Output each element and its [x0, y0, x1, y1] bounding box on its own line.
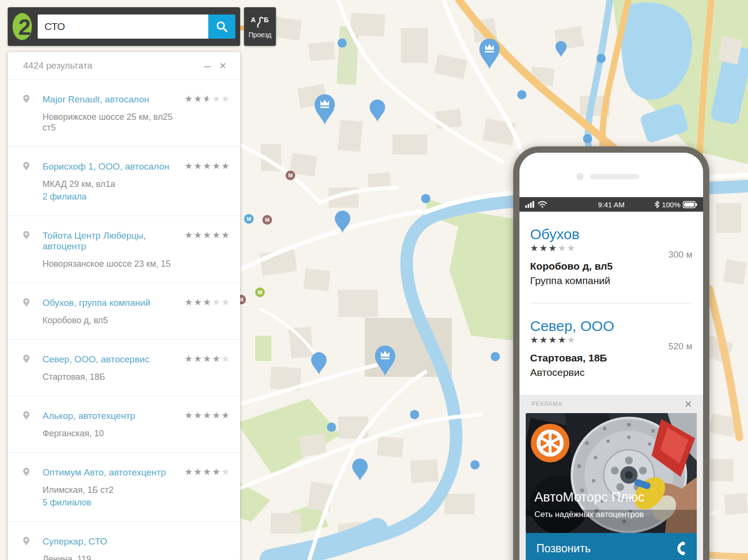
star-icon: ★ — [558, 243, 567, 254]
call-button[interactable]: Позвонить — [526, 533, 697, 560]
svg-text:М: М — [288, 172, 292, 178]
result-branches-link[interactable]: 5 филиалов — [43, 497, 185, 508]
result-item[interactable]: Оптимум Авто, автотехцентр★★★★★Илимская,… — [8, 453, 240, 522]
phone-results-list: Обухов★★★★★Коробово д, вл5300 мГруппа ко… — [519, 212, 703, 395]
star-icon: ★ — [185, 410, 194, 421]
ad-close-icon[interactable]: × — [685, 398, 692, 410]
rating-stars: ★★★★★ — [185, 297, 230, 308]
result-item[interactable]: Major Renault, автосалон★★★★★★Новорижско… — [8, 80, 240, 147]
result-title[interactable]: Борисхоф 1, ООО, автосалон — [43, 161, 185, 172]
rating-stars: ★★★★★ — [185, 230, 230, 241]
search-field-wrap — [38, 14, 208, 39]
star-icon: ★ — [212, 93, 221, 104]
app-window: МММММ 2 А Б Проезд 4424 результата – — [0, 0, 748, 560]
star-icon: ★ — [221, 160, 230, 172]
map-dot-marker[interactable] — [327, 423, 336, 432]
metro-station-icon[interactable]: М — [255, 287, 265, 297]
result-address: Ферганская, 10 — [43, 428, 185, 439]
ad-banner[interactable]: АвтоМоторс Плюс Сеть надёжных автоцентро… — [526, 413, 697, 533]
result-address: Илимская, 1Б ст2 — [43, 485, 185, 495]
star-icon: ★ — [548, 334, 558, 345]
call-button-label: Позвонить — [536, 542, 590, 555]
map-dot-marker[interactable] — [491, 352, 500, 361]
battery-percent: 100% — [662, 201, 680, 209]
search-input[interactable] — [38, 14, 208, 39]
logo-digit: 2 — [18, 14, 31, 40]
result-address: Ленина, 119 — [43, 554, 185, 560]
map-dot-marker[interactable] — [471, 460, 480, 470]
pin-icon — [23, 162, 29, 171]
phone-result-title[interactable]: Север, ООО — [530, 318, 692, 334]
2gis-logo-icon[interactable]: 2 — [8, 7, 38, 46]
result-title[interactable]: Алькор, автотехцентр — [43, 411, 185, 421]
star-icon: ★ — [548, 243, 558, 254]
pin-icon — [23, 355, 29, 363]
phone-camera-icon — [576, 173, 584, 180]
close-icon[interactable]: × — [215, 60, 230, 72]
map-dot-marker[interactable] — [583, 134, 592, 144]
ad-title: АвтоМоторс Плюс — [534, 490, 645, 505]
result-address: Стартовая, 18Б — [43, 372, 185, 382]
pin-icon — [23, 298, 29, 307]
result-title[interactable]: Оптимум Авто, автотехцентр — [43, 467, 185, 478]
search-button[interactable] — [208, 14, 235, 39]
star-icon: ★ — [185, 160, 194, 172]
phone-bezel — [519, 153, 703, 197]
metro-station-icon[interactable]: М — [244, 214, 254, 224]
result-branches-link[interactable]: 2 филиала — [43, 191, 185, 202]
rating-stars: ★★★★★ — [185, 410, 230, 421]
rating-stars: ★★★★★ — [530, 243, 576, 253]
result-title[interactable]: Тойота Центр Люберцы, автоцентр — [43, 230, 185, 252]
phone-result-address: Коробово д, вл5 — [530, 260, 692, 272]
star-icon: ★ — [185, 230, 194, 241]
result-title[interactable]: Север, ООО, автосервис — [43, 354, 185, 365]
star-icon: ★ — [221, 466, 230, 477]
metro-station-icon[interactable]: М — [262, 215, 272, 225]
result-item[interactable]: Суперкар, СТОЛенина, 119 — [8, 522, 240, 560]
map-dot-marker[interactable] — [410, 410, 419, 419]
pin-icon — [23, 411, 29, 420]
result-item[interactable]: Алькор, автотехцентр★★★★★Ферганская, 10 — [8, 396, 240, 453]
route-button[interactable]: А Б Проезд — [244, 7, 276, 46]
ad-label: РЕКЛАМА — [532, 401, 562, 407]
minimize-icon[interactable]: – — [200, 60, 215, 72]
result-address: Коробово д, вл5 — [43, 315, 185, 326]
star-icon: ★ — [212, 160, 221, 172]
star-icon: ★ — [539, 243, 548, 254]
star-icon: ★ — [212, 466, 221, 477]
star-icon: ★ — [530, 243, 539, 254]
star-icon: ★ — [221, 93, 230, 104]
phone-result-distance: 300 м — [668, 249, 692, 260]
star-icon: ★ — [194, 160, 203, 172]
map-dot-marker[interactable] — [421, 194, 431, 203]
ad-block: РЕКЛАМА × — [519, 395, 703, 560]
result-item[interactable]: Борисхоф 1, ООО, автосалон★★★★★МКАД 29 к… — [8, 147, 240, 216]
result-address: МКАД 29 км, вл1а — [43, 179, 185, 189]
phone-result-title[interactable]: Обухов — [530, 226, 692, 243]
result-item[interactable]: Север, ООО, автосервис★★★★★Стартовая, 18… — [8, 340, 240, 396]
map-dot-marker[interactable] — [338, 39, 347, 48]
phone-result-item[interactable]: Обухов★★★★★Коробово д, вл5300 мГруппа ко… — [530, 212, 692, 303]
map-dot-marker[interactable] — [518, 90, 527, 100]
rating-stars: ★★★★★ — [530, 335, 576, 345]
star-icon: ★ — [203, 297, 212, 308]
phone-result-distance: 520 м — [668, 341, 692, 352]
result-address: Новорижское шоссе 25 км, вл25 ст5 — [43, 112, 185, 133]
result-item[interactable]: Тойота Центр Люберцы, автоцентр★★★★★Ново… — [8, 216, 240, 283]
pin-icon — [23, 231, 29, 240]
bluetooth-icon — [654, 201, 660, 208]
star-icon: ★ — [203, 230, 212, 241]
star-icon: ★ — [194, 93, 203, 104]
ad-logo-wheel-icon — [531, 424, 570, 462]
star-icon: ★ — [212, 410, 221, 421]
rating-stars: ★★★★★ — [185, 466, 230, 477]
phone-handset-icon — [674, 542, 686, 555]
result-title[interactable]: Суперкар, СТО — [43, 536, 185, 547]
phone-mockup: 9:41 AM 100% Обухов★★★★★Коробово д, вл53… — [513, 146, 709, 560]
result-title[interactable]: Обухов, группа компаний — [43, 298, 185, 308]
result-title[interactable]: Major Renault, автосалон — [43, 94, 185, 105]
result-item[interactable]: Обухов, группа компаний★★★★★Коробово д, … — [8, 283, 240, 340]
phone-result-item[interactable]: Север, ООО★★★★★Стартовая, 18Б520 мАвтосе… — [530, 303, 692, 395]
metro-station-icon[interactable]: М — [286, 171, 295, 180]
map-dot-marker[interactable] — [597, 54, 606, 63]
